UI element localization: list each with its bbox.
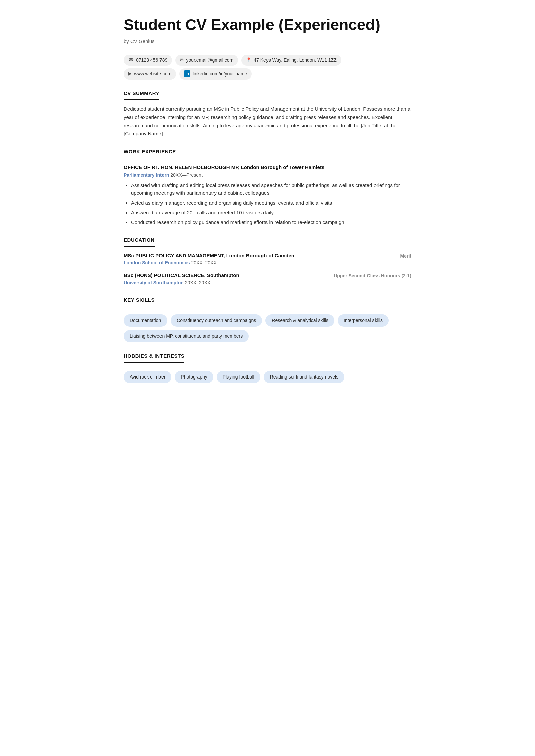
contact-website: ▶ www.website.com [124,68,176,80]
website-icon: ▶ [128,70,132,77]
edu-dates-0b: 20XX–20XX [191,260,216,265]
edu-degree-0: MSc PUBLIC POLICY AND MANAGEMENT, London… [124,252,394,260]
edu-row-0: MSc PUBLIC POLICY AND MANAGEMENT, London… [124,252,411,267]
linkedin-text: linkedin.com/in/your-name [193,70,247,78]
hobby-2: Playing football [217,371,260,383]
section-education: EDUCATION MSc PUBLIC POLICY AND MANAGEME… [124,236,411,286]
location-icon: 📍 [246,57,251,63]
summary-text: Dedicated student currently pursuing an … [124,105,411,138]
phone-text: 07123 456 789 [136,57,167,64]
edu-entry-0: MSc PUBLIC POLICY AND MANAGEMENT, London… [124,252,411,267]
contact-phone: ☎ 07123 456 789 [124,55,172,66]
bullet-0-0: Assisted with drafting and editing local… [131,181,411,197]
linkedin-icon: in [184,70,190,77]
edu-entry-1: BSc (HONS) POLITICAL SCIENCE, Southampto… [124,272,411,286]
edu-grade-0: Merit [394,252,411,260]
page-title: Student CV Example (Experienced) [124,13,411,36]
edu-institution-0: London School of Economics [124,260,190,265]
edu-sub-0: London School of Economics 20XX–20XX [124,259,394,266]
bullet-0-3: Conducted research on policy guidance an… [131,218,411,226]
edu-grade-1: Upper Second-Class Honours (2:1) [327,272,411,279]
contact-row-2: ▶ www.website.com in linkedin.com/in/you… [124,68,411,80]
skill-4: Liaising between MP, constituents, and p… [124,330,249,342]
address-text: 47 Keys Way, Ealing, London, W11 1ZZ [254,57,336,64]
job-role-dates-0: Parliamentary Intern 20XX—Present [124,172,411,179]
website-text: www.website.com [134,70,171,78]
skill-1: Constituency outreach and campaigns [171,314,262,327]
key-skills-heading: KEY SKILLS [124,296,155,307]
job-role-0: Parliamentary Intern [124,172,169,178]
summary-heading: CV SUMMARY [124,90,159,100]
bullet-0-2: Answered an average of 20+ calls and gre… [131,209,411,216]
edu-dates-1b: 20XX–20XX [185,280,210,285]
edu-institution-1: University of Southampton [124,280,184,285]
hobbies-container: Avid rock climber Photography Playing fo… [124,371,411,383]
hobby-0: Avid rock climber [124,371,171,383]
edu-info-0: MSc PUBLIC POLICY AND MANAGEMENT, London… [124,252,394,267]
hobbies-heading: HOBBIES & INTERESTS [124,352,184,363]
job-company-0: OFFICE OF RT. HON. HELEN HOLBOROUGH MP, … [124,164,411,171]
skill-3: Interpersonal skills [338,314,389,327]
job-bullets-0: Assisted with drafting and editing local… [124,181,411,226]
edu-sub-1: University of Southampton 20XX–20XX [124,279,327,286]
edu-info-1: BSc (HONS) POLITICAL SCIENCE, Southampto… [124,272,327,286]
hobby-3: Reading sci-fi and fantasy novels [264,371,344,383]
hobby-1: Photography [175,371,213,383]
skill-0: Documentation [124,314,167,327]
skills-container: Documentation Constituency outreach and … [124,314,411,342]
email-text: your.email@gmail.com [186,57,233,64]
section-hobbies: HOBBIES & INTERESTS Avid rock climber Ph… [124,352,411,383]
skill-2: Research & analytical skills [265,314,334,327]
phone-icon: ☎ [128,57,134,63]
education-heading: EDUCATION [124,236,155,247]
edu-degree-1: BSc (HONS) POLITICAL SCIENCE, Southampto… [124,272,327,279]
contact-email: ✉ your.email@gmail.com [175,55,238,66]
work-experience-heading: WORK EXPERIENCE [124,148,176,158]
contact-row-1: ☎ 07123 456 789 ✉ your.email@gmail.com 📍… [124,55,411,66]
contact-linkedin: in linkedin.com/in/your-name [179,68,252,80]
contact-address: 📍 47 Keys Way, Ealing, London, W11 1ZZ [241,55,341,66]
section-work-experience: WORK EXPERIENCE OFFICE OF RT. HON. HELEN… [124,148,411,226]
job-dates-0b: 20XX—Present [170,172,203,178]
email-icon: ✉ [180,57,184,63]
section-summary: CV SUMMARY Dedicated student currently p… [124,90,411,138]
bullet-0-1: Acted as diary manager, recording and or… [131,199,411,207]
job-entry-0: OFFICE OF RT. HON. HELEN HOLBOROUGH MP, … [124,164,411,226]
section-key-skills: KEY SKILLS Documentation Constituency ou… [124,296,411,343]
page-subtitle: by CV Genius [124,38,411,45]
edu-row-1: BSc (HONS) POLITICAL SCIENCE, Southampto… [124,272,411,286]
